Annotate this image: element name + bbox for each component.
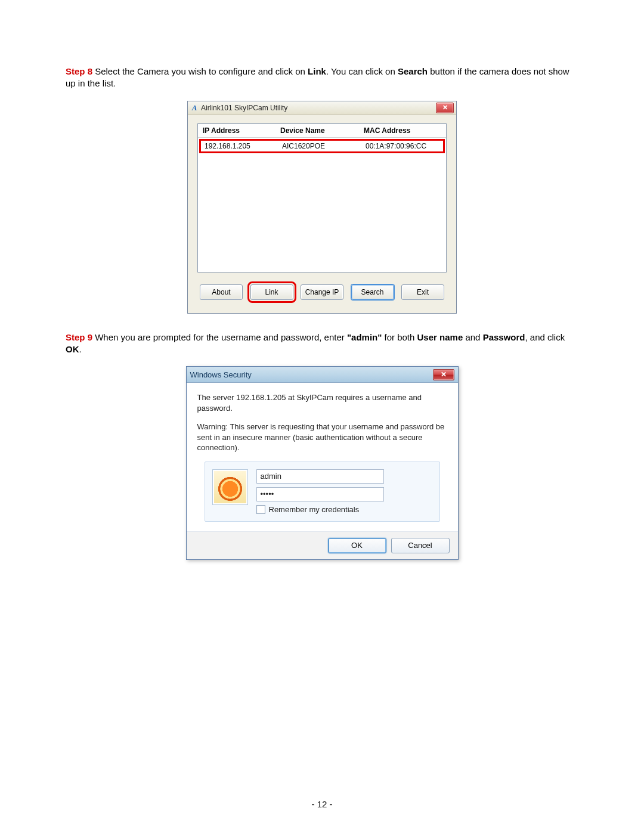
security-title: Windows Security [190, 370, 252, 379]
page-number: - 12 - [0, 799, 644, 809]
utility-titlebar: A Airlink101 SkyIPCam Utility ✕ [188, 101, 456, 115]
col-mac: MAC Address [364, 126, 441, 135]
search-button[interactable]: Search [351, 284, 394, 300]
credentials-panel: admin ••••• Remember my credentials [205, 462, 440, 522]
security-footer: OK Cancel [187, 531, 458, 559]
security-text-1: The server 192.168.1.205 at SkyIPCam req… [197, 392, 447, 413]
app-icon: A [190, 104, 199, 112]
change-ip-button[interactable]: Change IP [301, 284, 343, 300]
list-header: IP Address Device Name MAC Address [198, 124, 446, 138]
windows-security-dialog: Windows Security ✕ The server 192.168.1.… [186, 366, 459, 560]
utility-button-row: About Link Change IP Search Exit [197, 284, 447, 302]
remember-checkbox[interactable] [256, 505, 265, 514]
user-avatar-icon [212, 469, 248, 505]
link-button[interactable]: Link [250, 284, 293, 300]
username-field[interactable]: admin [256, 469, 384, 484]
camera-row-selected[interactable]: 192.168.1.205 AIC1620POE 00:1A:97:00:96:… [199, 139, 445, 153]
ok-button[interactable]: OK [328, 538, 386, 553]
col-ip: IP Address [203, 126, 280, 135]
step8-label: Step 8 [66, 66, 92, 76]
col-name: Device Name [280, 126, 364, 135]
step9-instruction: Step 9 When you are prompted for the use… [66, 332, 578, 356]
remember-credentials-row[interactable]: Remember my credentials [256, 505, 432, 514]
cell-name: AIC1620POE [282, 142, 366, 150]
close-icon[interactable]: ✕ [433, 369, 454, 380]
camera-list[interactable]: IP Address Device Name MAC Address 192.1… [197, 123, 447, 272]
password-field[interactable]: ••••• [256, 487, 384, 501]
cancel-button[interactable]: Cancel [391, 538, 450, 553]
skyipcam-utility-window: A Airlink101 SkyIPCam Utility ✕ IP Addre… [187, 101, 457, 314]
utility-title: Airlink101 SkyIPCam Utility [201, 104, 287, 112]
close-icon[interactable]: ✕ [436, 103, 454, 113]
about-button[interactable]: About [200, 284, 243, 300]
security-titlebar: Windows Security ✕ [187, 367, 458, 383]
step8-instruction: Step 8 Select the Camera you wish to con… [66, 66, 578, 90]
security-text-2: Warning: This server is requesting that … [197, 422, 447, 453]
cell-mac: 00:1A:97:00:96:CC [366, 142, 439, 150]
cell-ip: 192.168.1.205 [205, 142, 282, 150]
exit-button[interactable]: Exit [401, 284, 444, 300]
remember-label: Remember my credentials [269, 505, 360, 514]
step9-label: Step 9 [66, 332, 92, 342]
